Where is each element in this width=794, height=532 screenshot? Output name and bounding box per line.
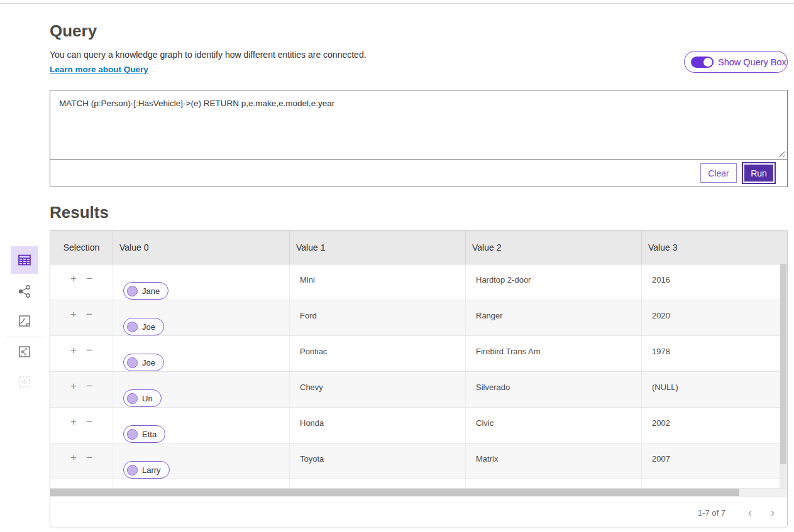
value2-cell: Civic bbox=[465, 408, 641, 443]
query-box-footer: Clear Run bbox=[50, 160, 787, 187]
value0-cell: Uri bbox=[113, 372, 289, 407]
next-page-button[interactable]: › bbox=[771, 507, 775, 518]
add-selection-button[interactable]: + bbox=[70, 273, 77, 284]
map-link-chart-icon bbox=[16, 344, 33, 360]
entity-pill[interactable]: Etta bbox=[123, 425, 165, 443]
selection-cell: + − bbox=[50, 336, 113, 371]
vertical-scrollbar[interactable] bbox=[780, 264, 787, 488]
entity-pill[interactable]: Uri bbox=[123, 389, 162, 407]
horizontal-scrollbar[interactable] bbox=[50, 488, 787, 496]
value2-cell bbox=[465, 479, 641, 488]
add-selection-button[interactable]: + bbox=[70, 452, 77, 463]
value0-cell: Joe bbox=[113, 300, 289, 335]
entity-node-icon bbox=[127, 393, 138, 404]
column-header-value0: Value 0 bbox=[113, 231, 289, 264]
value3-cell: 2007 bbox=[641, 443, 787, 479]
sidebar-item-layout-view bbox=[16, 373, 33, 391]
table-view-icon bbox=[16, 252, 33, 268]
remove-selection-button[interactable]: − bbox=[86, 416, 92, 427]
toggle-label: Show Query Box bbox=[718, 57, 786, 67]
sidebar-item-map-view[interactable] bbox=[16, 312, 33, 330]
link-chart-icon bbox=[16, 283, 33, 300]
entity-node-icon bbox=[127, 286, 138, 296]
value3-cell: (NULL) bbox=[641, 372, 787, 407]
add-selection-button[interactable]: + bbox=[70, 416, 77, 427]
value2-cell: Matrix bbox=[465, 443, 641, 479]
entity-node-icon bbox=[127, 465, 138, 475]
view-sidebar bbox=[0, 0, 49, 532]
entity-pill[interactable]: Larry bbox=[123, 461, 170, 479]
toggle-knob bbox=[703, 58, 712, 67]
value3-cell: 1978 bbox=[641, 336, 787, 371]
value1-cell: Mini bbox=[289, 264, 465, 300]
run-button[interactable]: Run bbox=[744, 165, 773, 182]
horizontal-scrollbar-thumb[interactable] bbox=[50, 489, 739, 496]
table-footer: 1-7 of 7 ‹ › bbox=[50, 496, 787, 528]
results-table: Selection Value 0 Value 1 Value 2 Value … bbox=[50, 230, 788, 528]
pagination-range: 1-7 of 7 bbox=[698, 508, 725, 518]
remove-selection-button[interactable]: − bbox=[86, 345, 92, 356]
value0-cell: Etta bbox=[113, 408, 289, 443]
prev-page-button[interactable]: ‹ bbox=[748, 507, 752, 518]
selection-cell: + − bbox=[50, 443, 113, 479]
sidebar-item-map-link-chart-view[interactable] bbox=[16, 343, 33, 361]
table-row: + − Jane Mini Hardtop 2-door 2016 bbox=[50, 264, 787, 300]
remove-selection-button[interactable]: − bbox=[86, 273, 92, 284]
column-header-value3: Value 3 bbox=[641, 231, 787, 264]
value1-cell: Pontiac bbox=[289, 336, 465, 371]
value2-cell: Ranger bbox=[465, 300, 641, 335]
value0-cell: Joe bbox=[113, 336, 289, 371]
vertical-scrollbar-thumb[interactable] bbox=[780, 264, 786, 464]
value1-cell: Chevy bbox=[289, 372, 465, 407]
selection-cell: + − bbox=[50, 408, 113, 443]
table-row: + − Larry Toyota Matrix 2007 bbox=[50, 443, 787, 479]
page-description: You can query a knowledge graph to ident… bbox=[50, 50, 367, 60]
layout-view-disabled-icon bbox=[16, 374, 33, 390]
table-row: + − Joe Pontiac Firebird Trans Am 1978 bbox=[50, 336, 787, 372]
remove-selection-button[interactable]: − bbox=[86, 309, 92, 320]
column-header-value2: Value 2 bbox=[465, 231, 641, 264]
value0-cell bbox=[113, 479, 289, 488]
clear-button[interactable]: Clear bbox=[700, 163, 737, 183]
entity-pill-label: Jane bbox=[142, 286, 160, 296]
entity-pill[interactable]: Joe bbox=[123, 354, 164, 371]
value1-cell bbox=[289, 479, 465, 488]
column-header-value1: Value 1 bbox=[289, 231, 465, 264]
sidebar-item-link-chart-view[interactable] bbox=[16, 283, 33, 300]
entity-pill[interactable]: Jane bbox=[123, 282, 168, 300]
top-divider bbox=[0, 3, 794, 4]
value0-cell: Larry bbox=[113, 443, 289, 479]
value3-cell bbox=[641, 479, 787, 488]
entity-node-icon bbox=[127, 429, 138, 440]
selection-cell: + − bbox=[50, 372, 113, 407]
toggle-switch-icon[interactable] bbox=[691, 57, 714, 68]
entity-pill[interactable]: Joe bbox=[123, 318, 164, 335]
sidebar-divider bbox=[6, 337, 43, 337]
value2-cell: Silverado bbox=[465, 372, 641, 407]
remove-selection-button[interactable]: − bbox=[86, 381, 92, 391]
value1-cell: Toyota bbox=[289, 443, 465, 479]
value3-cell: 2016 bbox=[641, 264, 787, 300]
add-selection-button[interactable]: + bbox=[70, 381, 77, 391]
query-input[interactable]: MATCH (p:Person)-[:HasVehicle]->(e) RETU… bbox=[50, 90, 787, 159]
add-selection-button[interactable]: + bbox=[70, 345, 77, 356]
table-row: + − Etta Honda Civic 2002 bbox=[50, 408, 787, 443]
entity-pill-label: Etta bbox=[142, 430, 157, 439]
run-button-focus-ring[interactable]: Run bbox=[742, 162, 776, 184]
value2-cell: Hardtop 2-door bbox=[465, 264, 641, 300]
entity-pill-label: Joe bbox=[142, 322, 155, 332]
results-title: Results bbox=[50, 203, 109, 222]
show-query-box-toggle[interactable]: Show Query Box bbox=[684, 51, 788, 73]
table-body: + − Jane Mini Hardtop 2-door 2016 + − Jo… bbox=[50, 264, 787, 488]
value3-cell: 2002 bbox=[641, 408, 787, 443]
entity-pill-label: Uri bbox=[142, 394, 153, 403]
value3-cell: 2020 bbox=[641, 300, 787, 335]
entity-pill-label: Larry bbox=[142, 465, 161, 475]
add-selection-button[interactable]: + bbox=[70, 309, 77, 320]
learn-more-link[interactable]: Learn more about Query bbox=[50, 65, 148, 74]
value2-cell: Firebird Trans Am bbox=[465, 336, 641, 371]
sidebar-item-table-view[interactable] bbox=[11, 246, 38, 274]
remove-selection-button[interactable]: − bbox=[86, 452, 92, 463]
selection-cell: + − bbox=[50, 479, 113, 488]
selection-cell: + − bbox=[50, 300, 113, 335]
